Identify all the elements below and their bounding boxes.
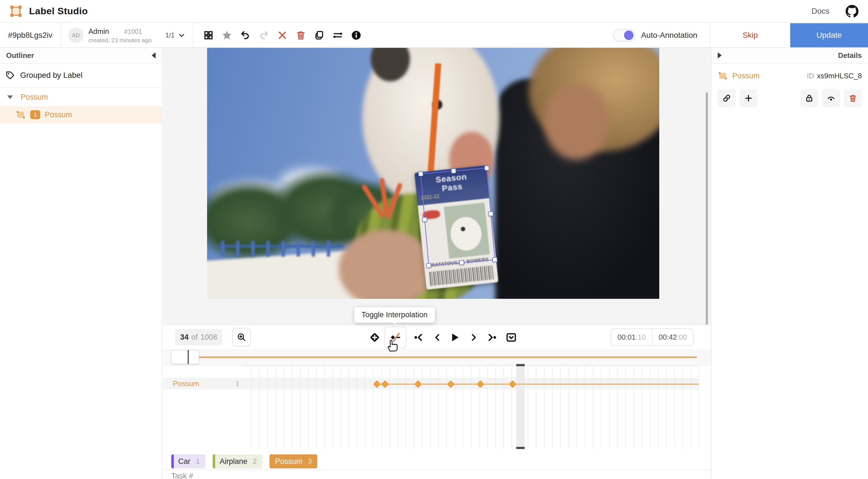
label-color-bar bbox=[171, 454, 174, 468]
skip-button[interactable]: Skip bbox=[710, 23, 790, 47]
seek-viewport-handle[interactable] bbox=[171, 350, 199, 364]
collapse-timeline-button[interactable] bbox=[503, 329, 519, 345]
annotation-toolbar: #9pb8Lgs2iv AD Admin #1001 created, 23 m… bbox=[0, 23, 868, 48]
docs-link[interactable]: Docs bbox=[811, 7, 829, 16]
delete-annotation-button[interactable] bbox=[291, 23, 310, 47]
toolbar-actions bbox=[194, 23, 366, 47]
grid-line bbox=[642, 366, 642, 448]
tooltip: Toggle Interpolation bbox=[354, 307, 435, 323]
seek-playhead[interactable] bbox=[188, 350, 189, 364]
grid-line bbox=[699, 366, 699, 448]
grid-line bbox=[455, 366, 455, 448]
settings-exchange-button[interactable] bbox=[329, 23, 347, 47]
timeline-zoom-button[interactable] bbox=[232, 328, 251, 346]
grid-line bbox=[682, 366, 683, 448]
region-item-possum[interactable]: 1 Possum bbox=[0, 106, 162, 123]
selected-region-row[interactable]: Possum IDxs9mHLSC_8 bbox=[712, 64, 868, 84]
selected-region-label: Possum bbox=[732, 72, 760, 80]
badge-barcode bbox=[429, 265, 494, 286]
play-button[interactable] bbox=[446, 329, 463, 345]
task-id[interactable]: #9pb8Lgs2iv bbox=[0, 23, 61, 47]
bbox-handle-s[interactable] bbox=[459, 260, 464, 265]
grid-line bbox=[365, 366, 366, 448]
duplicate-annotation-button[interactable] bbox=[310, 23, 329, 47]
link-region-button[interactable] bbox=[718, 89, 736, 107]
track-label[interactable]: Possum bbox=[173, 378, 199, 389]
star-button[interactable] bbox=[218, 23, 236, 47]
keyframe-diamond[interactable] bbox=[414, 380, 422, 388]
keyframe-diamond[interactable] bbox=[373, 380, 381, 388]
frame-counter[interactable]: 34 of 1008 bbox=[175, 329, 222, 345]
label-text: Possum bbox=[275, 457, 303, 466]
seek-bar[interactable] bbox=[163, 349, 711, 365]
update-button[interactable]: Update bbox=[790, 23, 868, 47]
grouping-label: Grouped by Label bbox=[20, 71, 83, 80]
bbox-handle-se[interactable] bbox=[492, 257, 497, 262]
info-button[interactable] bbox=[347, 23, 366, 47]
video-frame[interactable]: Season Pass 2021-12 RATATOUILLE BOWERS bbox=[207, 48, 659, 299]
grid-line bbox=[316, 366, 317, 448]
undo-button[interactable] bbox=[236, 23, 255, 47]
previous-frame-button[interactable] bbox=[429, 329, 445, 345]
keyframe-diamond[interactable] bbox=[381, 380, 389, 388]
next-frame-button[interactable] bbox=[466, 329, 482, 345]
region-actions bbox=[712, 84, 868, 113]
bbox-handle-sw[interactable] bbox=[426, 263, 431, 268]
video-fence bbox=[221, 241, 341, 257]
timeline-playhead-column[interactable] bbox=[516, 366, 525, 448]
grid-line bbox=[357, 366, 357, 448]
expand-group-icon[interactable] bbox=[7, 95, 13, 99]
label-text: Car bbox=[178, 457, 191, 466]
bbox-handle-n[interactable] bbox=[451, 168, 456, 173]
avatar: AD bbox=[68, 28, 83, 43]
bbox-handle-ne[interactable] bbox=[484, 166, 489, 171]
collapse-left-panel-icon[interactable] bbox=[152, 52, 156, 59]
grid-line bbox=[495, 366, 496, 448]
reject-button[interactable] bbox=[273, 23, 291, 47]
keyframe-diamond[interactable] bbox=[476, 380, 484, 388]
grid-line bbox=[487, 366, 488, 448]
grouping-selector[interactable]: Grouped by Label bbox=[0, 64, 162, 88]
add-relation-button[interactable] bbox=[740, 89, 757, 107]
visibility-eye-button[interactable] bbox=[822, 89, 840, 107]
toggle-knob bbox=[624, 31, 633, 40]
delete-region-button[interactable] bbox=[844, 89, 862, 107]
label-hotkey: 1 bbox=[196, 457, 200, 465]
labels-bar: Car 1 Airplane 2 Possum 3 bbox=[171, 454, 317, 468]
grid-line bbox=[479, 366, 479, 448]
annotation-selector[interactable]: AD Admin #1001 created, 23 minutes ago 1… bbox=[61, 23, 194, 47]
grid-line bbox=[617, 366, 618, 448]
label-chip-car[interactable]: Car 1 bbox=[171, 454, 206, 468]
lock-region-button[interactable] bbox=[800, 89, 818, 107]
next-keyframe-button[interactable] bbox=[484, 329, 500, 345]
bbox-handle-nw[interactable] bbox=[418, 171, 423, 176]
toggle-interpolation-button[interactable] bbox=[384, 326, 406, 348]
auto-annotation-control: Auto-Annotation bbox=[613, 23, 710, 47]
region-id-value: xs9mHLSC_8 bbox=[817, 72, 862, 80]
tree-group-possum[interactable]: Possum bbox=[0, 90, 162, 104]
grid-line bbox=[438, 366, 439, 448]
bbox-handle-e[interactable] bbox=[488, 211, 493, 216]
collapse-right-panel-icon[interactable] bbox=[718, 52, 722, 59]
grid-line bbox=[666, 366, 667, 448]
current-time: 00:01:10 bbox=[611, 329, 652, 345]
views-grid-button[interactable] bbox=[199, 23, 218, 47]
bounding-box-region[interactable] bbox=[420, 168, 495, 266]
add-keyframe-button[interactable] bbox=[367, 329, 383, 345]
github-icon[interactable] bbox=[846, 5, 859, 18]
redo-button[interactable] bbox=[255, 23, 273, 47]
label-chip-airplane[interactable]: Airplane 2 bbox=[213, 454, 262, 468]
bbox-handle-w[interactable] bbox=[422, 217, 427, 222]
user-name: Admin bbox=[88, 27, 109, 36]
grid-line bbox=[552, 366, 553, 448]
annotation-pagination[interactable]: 1/1 bbox=[165, 31, 186, 39]
label-chip-possum-selected[interactable]: Possum 3 bbox=[270, 454, 317, 468]
label-studio-logo-icon bbox=[9, 5, 22, 18]
auto-annotation-toggle[interactable] bbox=[613, 29, 635, 41]
grid-line bbox=[373, 366, 374, 448]
timeline-grid[interactable] bbox=[243, 365, 699, 448]
keyframe-diamond[interactable] bbox=[509, 380, 517, 388]
keyframe-diamond[interactable] bbox=[447, 380, 455, 388]
previous-keyframe-button[interactable] bbox=[411, 329, 427, 345]
total-time: 00:42:00 bbox=[652, 329, 693, 345]
